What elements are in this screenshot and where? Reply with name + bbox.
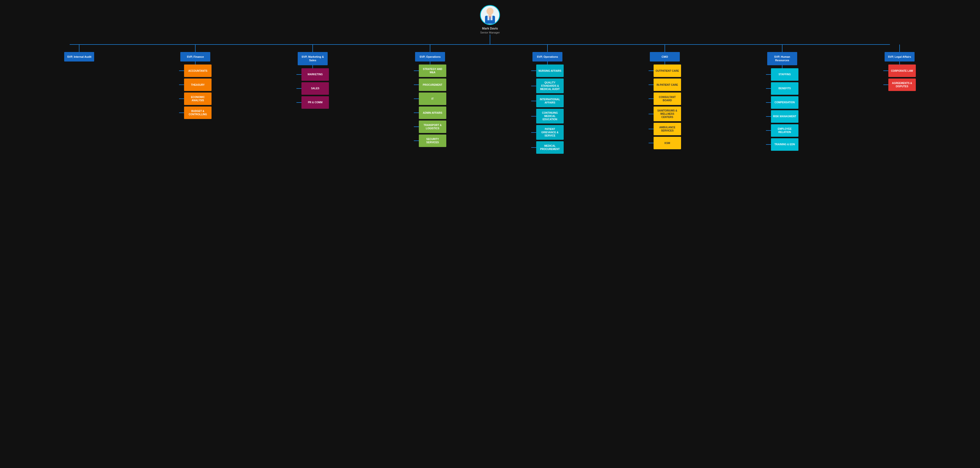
child-row: OUTPATIENT CARE (649, 64, 681, 77)
svp-box-cmo[interactable]: CMO (650, 52, 680, 62)
child-row: CONSULTANT BOARD (649, 93, 681, 105)
box-eco-analysis[interactable]: ECONOMIC ANALYSIS (184, 93, 212, 105)
h-conn (179, 112, 184, 113)
box-risk[interactable]: RISK MANAGMENT (771, 110, 799, 123)
svp-box-finance[interactable]: SVP, Finance (180, 52, 210, 62)
branch-svp-finance: SVP, Finance ACCOUNTANTS THEASURY (179, 45, 212, 154)
h-conn (649, 70, 654, 71)
child-row: QUALITY STANDARDS & MEDICAL AUDIT (531, 78, 564, 93)
child-row: AGREEMENTS & DISPUTES (883, 78, 916, 91)
svp-box-ops1[interactable]: SVP, Operations (415, 52, 445, 62)
h-conn (766, 74, 771, 75)
child-row: STAFFING (766, 68, 799, 81)
child-row: STRATEGY AND M&A (414, 64, 446, 77)
child-row: ADMIN AFFAIRS (414, 107, 446, 119)
legal-children: CORPORATE LAW AGREEMENTS & DISPUTES (883, 64, 916, 91)
box-nursing[interactable]: NURSING AFFAIRS (536, 64, 564, 77)
box-transport[interactable]: TRANSPORT & LOGISTICS (419, 120, 446, 133)
h-conn (766, 144, 771, 145)
svp-box-mktg[interactable]: SVP, Marketing & Sales (298, 52, 328, 65)
h-conn (649, 129, 654, 129)
v-conn (430, 45, 430, 52)
box-accountants[interactable]: ACCOUNTANTS (184, 64, 212, 77)
box-med-proc[interactable]: MEDICAL PROCUREMENT (536, 141, 564, 154)
child-row: TRAINING & EDN (766, 138, 799, 151)
box-pr[interactable]: PR & COMM (301, 96, 329, 109)
box-cme[interactable]: CONTINUING MEDICAL EDUCATION (536, 109, 564, 123)
box-sanitoriums[interactable]: SANITORIUMS & WELLNESS CENTERS (654, 107, 681, 121)
box-corp-law[interactable]: CORPORATE LAW (888, 64, 916, 77)
h-conn (414, 141, 419, 141)
box-intl[interactable]: INTERNATIONAL AFFAIRS (536, 95, 564, 107)
v-conn (312, 45, 313, 52)
box-marketing[interactable]: MARKETING (301, 68, 329, 81)
box-ambulance[interactable]: AMBULANCE SERVICES (654, 123, 681, 135)
box-compensation[interactable]: COMPENSATION (771, 96, 799, 109)
ops1-children: STRATEGY AND M&A PROCUREMENT IT ADM (414, 64, 446, 147)
h-conn (179, 70, 184, 71)
box-staffing[interactable]: STAFFING (771, 68, 799, 81)
child-row: NURSING AFFAIRS (531, 64, 564, 77)
h-conn (296, 74, 301, 75)
svp-box-legal[interactable]: SVP, Legal Affairs (885, 52, 915, 62)
h-conn (414, 70, 419, 71)
box-employee[interactable]: EMPLOYEE RELATION (771, 124, 799, 137)
h-conn (649, 114, 654, 114)
h-conn (766, 88, 771, 89)
h-conn (296, 102, 301, 103)
child-row: MEDICAL PROCUREMENT (531, 141, 564, 154)
box-theasury[interactable]: THEASURY (184, 78, 212, 91)
child-row: RISK MANAGMENT (766, 110, 799, 123)
h-conn (179, 85, 184, 85)
box-ksm[interactable]: KSM (654, 137, 681, 149)
box-procurement[interactable]: PROCUREMENT (419, 78, 446, 91)
box-inpatient[interactable]: IN-PATIENT CARE (654, 78, 681, 91)
child-row: INTERNATIONAL AFFAIRS (531, 95, 564, 107)
box-quality[interactable]: QUALITY STANDARDS & MEDICAL AUDIT (536, 78, 564, 93)
box-outpatient[interactable]: OUTPATIENT CARE (654, 64, 681, 77)
h-conn (414, 85, 419, 85)
box-agreements[interactable]: AGREEMENTS & DISPUTES (888, 78, 916, 91)
child-row: ECONOMIC ANALYSIS (179, 93, 212, 105)
h-conn (179, 99, 184, 99)
box-patient[interactable]: PATIENT GRIEVANCE & SERVICE (536, 125, 564, 140)
v-conn (782, 45, 783, 52)
child-row: THEASURY (179, 78, 212, 91)
h-conn (531, 86, 536, 86)
branch-svp-mktg: SVP, Marketing & Sales MARKETING SALES (296, 45, 329, 154)
cmo-children: OUTPATIENT CARE IN-PATIENT CARE CONSULTA… (649, 64, 681, 149)
svp-box-audit[interactable]: SVP, Internal Audit (64, 52, 94, 62)
v-conn (195, 62, 196, 64)
box-admin[interactable]: ADMIN AFFAIRS (419, 107, 446, 119)
box-strategy[interactable]: STRATEGY AND M&A (419, 64, 446, 77)
hr-children: STAFFING BENEFITS COMPENSATION RISK (766, 68, 799, 151)
box-consultant[interactable]: CONSULTANT BOARD (654, 93, 681, 105)
h-conn (649, 143, 654, 143)
h-conn (766, 102, 771, 103)
svp-box-ops2[interactable]: SVP, Operations (533, 52, 562, 62)
branch-svp-legal: SVP, Legal Affairs CORPORATE LAW AGREEME… (883, 45, 916, 154)
child-row: IN-PATIENT CARE (649, 78, 681, 91)
child-row: KSM (649, 137, 681, 149)
finance-children: ACCOUNTANTS THEASURY ECONOMIC ANALYSIS (179, 64, 212, 119)
h-conn (649, 85, 654, 85)
h-conn (531, 70, 536, 71)
root-section: Mark Davis Senior Manager (480, 5, 500, 45)
box-training[interactable]: TRAINING & EDN (771, 138, 799, 151)
v-conn (195, 45, 196, 52)
box-budget[interactable]: BUDGET & CONTROLLING (184, 107, 212, 119)
child-row: PATIENT GRIEVANCE & SERVICE (531, 125, 564, 140)
h-conn (649, 99, 654, 99)
box-security[interactable]: SECURITY SERVICES (419, 134, 446, 147)
child-row: IT (414, 93, 446, 105)
h-conn (883, 70, 888, 71)
child-row: PR & COMM (296, 96, 329, 109)
box-sales[interactable]: SALES (301, 82, 329, 95)
h-conn (531, 132, 536, 133)
svp-box-hr[interactable]: SVP, Human Resources (767, 52, 797, 65)
box-benefits[interactable]: BENEFITS (771, 82, 799, 95)
branches-container: SVP, Internal Audit SVP, Finance ACCOUNT… (12, 45, 968, 154)
child-row: EMPLOYEE RELATION (766, 124, 799, 137)
box-it[interactable]: IT (419, 93, 446, 105)
branch-svp-ops1: SVP, Operations STRATEGY AND M&A PROCURE… (414, 45, 446, 154)
